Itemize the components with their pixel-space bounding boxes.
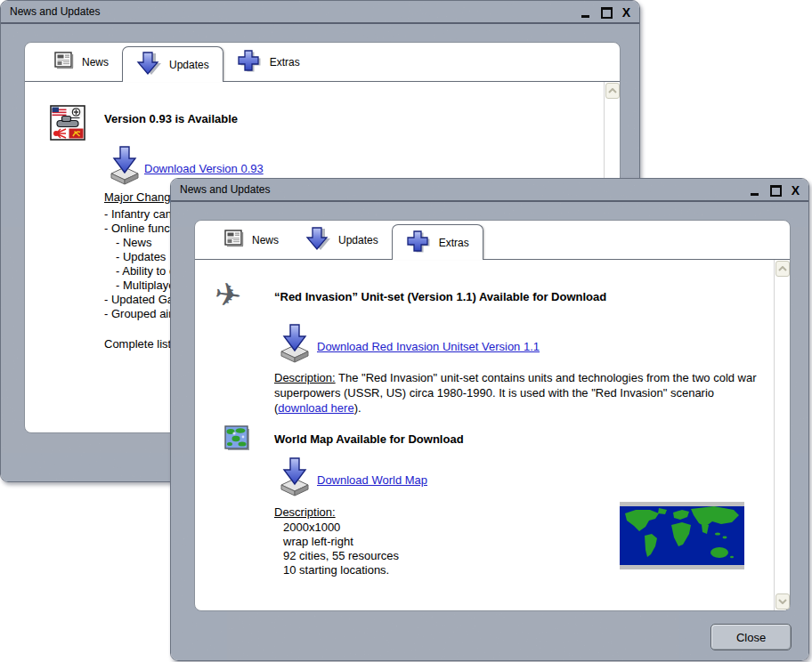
download-version-link[interactable]: Download Version 0.93: [144, 162, 264, 175]
download-arrow-icon: [305, 226, 330, 254]
list-item: - News: [104, 236, 178, 250]
description-line: 2000x1000: [283, 521, 399, 535]
section-heading: “Red Invasion” Unit-set (Version 1.1) Av…: [274, 290, 606, 303]
minimize-button[interactable]: [750, 193, 760, 197]
tab-label: News: [252, 234, 279, 246]
tab-news[interactable]: News: [211, 221, 292, 259]
maximize-button[interactable]: [601, 7, 613, 19]
download-tray-icon: [278, 457, 313, 501]
tab-label: Updates: [169, 59, 209, 71]
world-map-thumbnail: [620, 502, 744, 572]
description-label: Description:: [274, 371, 336, 384]
news-icon: [54, 52, 74, 72]
titlebar[interactable]: News and Updates X: [171, 179, 808, 202]
tab-bar: News Updates Extras: [195, 221, 790, 260]
description-suffix: ).: [354, 401, 361, 415]
chevron-down-icon: [778, 599, 787, 604]
tab-label: Extras: [439, 237, 469, 249]
worldmap-description: 2000x1000 wrap left-right 92 cities, 55 …: [283, 521, 399, 577]
tab-extras[interactable]: Extras: [392, 224, 483, 260]
download-worldmap-link[interactable]: Download World Map: [317, 473, 427, 487]
description-line: 92 cities, 55 resources: [283, 549, 399, 563]
changes-heading: Major Change: [104, 190, 177, 204]
jet-icon: ✈: [213, 278, 244, 313]
list-item: - Infantry can: [104, 207, 178, 222]
close-window-button[interactable]: X: [622, 6, 630, 19]
minimize-button[interactable]: [581, 15, 591, 19]
plus-icon: [237, 49, 262, 75]
download-tray-icon: [108, 146, 143, 190]
list-item: - Ability to c: [104, 264, 178, 279]
close-window-button[interactable]: X: [792, 184, 800, 197]
news-icon: [224, 230, 244, 250]
download-tray-icon: [278, 324, 313, 367]
tab-bar: News Updates Extras: [25, 43, 620, 82]
list-item: - Multiplaye: [104, 279, 178, 293]
tab-extras[interactable]: Extras: [223, 43, 313, 81]
chevron-up-icon: [778, 266, 787, 271]
titlebar[interactable]: News and Updates X: [1, 1, 639, 24]
tab-label: Updates: [338, 234, 378, 246]
chevron-up-icon: [608, 88, 617, 93]
download-arrow-icon: [136, 51, 161, 78]
section-heading: World Map Available for Download: [274, 432, 464, 446]
dialog-panel: News Updates Extras ✈ “Red Invasion” Uni…: [194, 220, 791, 611]
news-and-updates-window-front: News and Updates X News Updates: [170, 178, 809, 661]
scroll-down-button[interactable]: [775, 593, 790, 610]
vertical-scrollbar[interactable]: [774, 260, 790, 610]
scroll-up-button[interactable]: [605, 83, 620, 99]
list-item: - Online funct: [104, 222, 178, 236]
tab-updates[interactable]: Updates: [292, 221, 392, 259]
world-map-icon: [224, 425, 250, 454]
tab-label: Extras: [270, 56, 300, 69]
changes-footer: Complete list: [104, 337, 171, 351]
description-line: wrap left-right: [283, 535, 399, 549]
update-heading: Version 0.93 is Available: [104, 112, 238, 125]
changes-list: - Infantry can - Online funct - News - U…: [104, 207, 178, 321]
download-here-link[interactable]: download here: [278, 401, 353, 415]
plus-icon: [406, 230, 431, 255]
description-label: Description:: [274, 505, 336, 519]
tab-label: News: [82, 56, 109, 69]
window-title: News and Updates: [10, 5, 581, 18]
scroll-up-button[interactable]: [775, 261, 790, 277]
list-item: - Updated Ga: [104, 293, 178, 307]
unitset-description: Description: The "Red Invasion" unit-set…: [274, 370, 775, 416]
window-title: News and Updates: [180, 183, 750, 196]
close-button[interactable]: Close: [710, 624, 792, 650]
tab-updates[interactable]: Updates: [122, 46, 223, 82]
tab-news[interactable]: News: [41, 43, 122, 81]
description-line: 10 starting locations.: [283, 563, 399, 577]
game-unitset-icon: [50, 105, 85, 143]
list-item: - Grouped airc: [104, 307, 178, 321]
maximize-button[interactable]: [770, 185, 782, 197]
download-unitset-link[interactable]: Download Red Invasion Unitset Version 1.…: [317, 340, 540, 353]
extras-tab-content: ✈ “Red Invasion” Unit-set (Version 1.1) …: [195, 260, 775, 610]
list-item: - Updates: [104, 250, 178, 264]
